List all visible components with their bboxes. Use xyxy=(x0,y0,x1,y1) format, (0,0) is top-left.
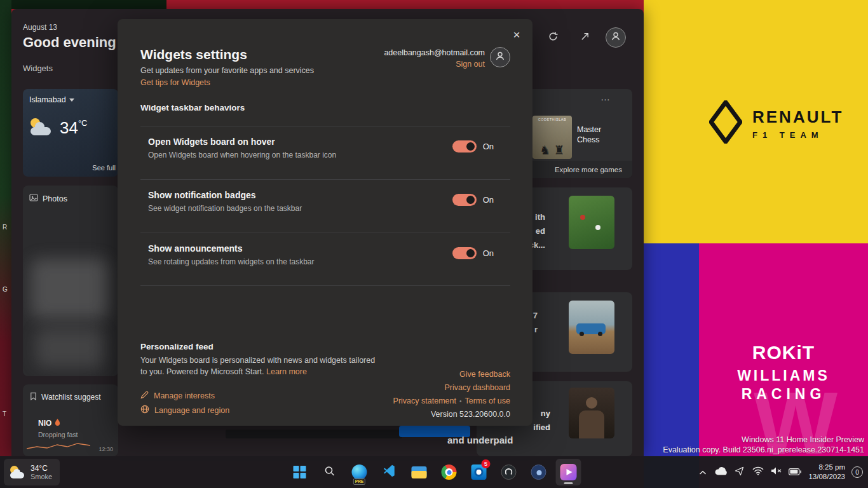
flame-icon xyxy=(55,419,60,428)
round-app-button-2[interactable] xyxy=(526,459,552,485)
paper-plane-icon xyxy=(735,466,744,478)
desktop-icon-label-3[interactable]: T xyxy=(3,410,6,417)
edge-icon xyxy=(352,464,367,480)
sparkline xyxy=(27,441,90,454)
wallpaper-dark-strip xyxy=(0,0,166,9)
privacy-dashboard-link[interactable]: Privacy dashboard xyxy=(444,383,510,392)
notification-count[interactable]: 0 xyxy=(851,466,863,478)
modal-title: Widgets settings xyxy=(140,47,247,62)
toggle-switch[interactable] xyxy=(452,194,477,206)
photos-widget[interactable]: Photos xyxy=(23,186,118,376)
watermark-line1: Windows 11 Home Insider Preview xyxy=(663,435,864,445)
play-icon xyxy=(566,469,572,475)
photos-header: Photos xyxy=(29,193,67,204)
location-selector[interactable]: Islamabad xyxy=(29,95,74,104)
bookmark-icon xyxy=(29,392,37,402)
cloud-tray-button[interactable] xyxy=(712,461,729,484)
manage-interests-link[interactable]: Manage interests xyxy=(140,391,215,401)
mail-badge: 5 xyxy=(482,459,491,468)
article-thumbnail xyxy=(569,301,614,354)
chrome-button[interactable] xyxy=(437,459,462,485)
learn-more-link[interactable]: Learn more xyxy=(266,367,307,376)
toggle-switch[interactable] xyxy=(452,140,477,152)
renault-logo: RENAULT F1 TEAM xyxy=(709,100,843,146)
toggle-knob xyxy=(466,142,475,151)
file-explorer-button[interactable] xyxy=(407,459,432,485)
edge-preview-button[interactable]: PRE xyxy=(347,459,372,485)
battery-button[interactable] xyxy=(786,461,803,484)
feed-description: Your Widgets board is personalized with … xyxy=(140,355,375,377)
racing-wordmark: RACING xyxy=(717,386,850,403)
board-actions xyxy=(542,27,626,48)
toggle-switch[interactable] xyxy=(452,247,477,259)
account-email: adeelbangash@hotmail.com xyxy=(384,48,485,57)
desktop: RENAULT F1 TEAM W ROKiT WILLIAMS RACING … xyxy=(0,0,868,488)
profile-avatar[interactable] xyxy=(606,27,626,48)
hidden-icons-button[interactable] xyxy=(694,461,711,484)
time-axis-label: 12:30 xyxy=(98,446,113,452)
vscode-button[interactable] xyxy=(377,459,402,485)
battery-icon xyxy=(789,466,801,478)
terms-link[interactable]: Terms of use xyxy=(465,396,510,405)
search-icon xyxy=(324,465,336,479)
round-app-button-1[interactable] xyxy=(496,459,522,485)
more-options-icon[interactable]: … xyxy=(600,92,611,102)
round-app-icon-2 xyxy=(531,464,546,480)
give-feedback-link[interactable]: Give feedback xyxy=(459,370,510,379)
refresh-button[interactable] xyxy=(542,27,564,48)
person-silhouette xyxy=(579,410,604,438)
player-dot xyxy=(580,215,585,220)
taskbar: 34°C Smoke PRE xyxy=(0,456,868,488)
location-label: Islamabad xyxy=(29,95,66,104)
wallpaper-yellow-chevron xyxy=(644,108,664,137)
refresh-icon xyxy=(548,31,559,44)
photos-title: Photos xyxy=(43,194,67,203)
article-thumbnail xyxy=(569,196,614,249)
desktop-icon-label-1[interactable]: R xyxy=(3,224,7,231)
see-full-link[interactable]: See full xyxy=(92,164,116,172)
volume-button[interactable] xyxy=(768,461,785,484)
chrome-icon xyxy=(442,464,457,480)
share-tray-button[interactable] xyxy=(731,461,748,484)
rokit-wordmark: ROKiT xyxy=(717,342,850,363)
watchlist-header: Watchlist suggest xyxy=(29,392,114,402)
toggle-knob xyxy=(466,196,475,204)
round-app-icon-1 xyxy=(501,464,517,480)
toggle-state: On xyxy=(483,142,494,151)
start-button[interactable] xyxy=(287,459,313,485)
outlook-button[interactable]: 5 xyxy=(466,459,492,485)
globe-icon xyxy=(140,405,149,416)
person-icon xyxy=(494,50,506,64)
language-region-link[interactable]: Language and region xyxy=(140,405,229,416)
get-tips-link[interactable]: Get tips for Widgets xyxy=(140,78,210,87)
network-button[interactable] xyxy=(749,461,766,484)
game-title: Master Chess xyxy=(577,125,618,145)
close-icon: × xyxy=(513,28,520,42)
watchlist-widget[interactable]: Watchlist suggest NIO Dropping fast 12:3… xyxy=(23,384,118,456)
ticker-row[interactable]: NIO xyxy=(38,419,60,428)
car-shape xyxy=(576,323,606,334)
weather-widget[interactable]: Islamabad 34°C See full xyxy=(23,89,118,177)
ticker-note: Dropping fast xyxy=(38,431,78,438)
taskbar-weather-widget[interactable]: 34°C Smoke xyxy=(4,459,60,485)
clock[interactable]: 8:25 pm 13/08/2023 xyxy=(808,463,845,482)
cloud-icon xyxy=(715,466,728,478)
media-player-button[interactable] xyxy=(556,459,581,485)
board-date: August 13 xyxy=(23,23,57,32)
sign-out-link[interactable]: Sign out xyxy=(456,60,485,69)
renault-diamond-icon xyxy=(709,100,742,146)
chevron-up-icon xyxy=(699,466,707,478)
search-button[interactable] xyxy=(317,459,342,485)
expand-button[interactable] xyxy=(574,27,595,48)
close-button[interactable]: × xyxy=(507,25,526,44)
pencil-icon xyxy=(140,391,149,401)
renault-wordmark: RENAULT xyxy=(752,107,843,127)
privacy-statement-link[interactable]: Privacy statement xyxy=(393,396,456,405)
account-avatar[interactable] xyxy=(490,47,510,67)
desktop-icon-label-2[interactable]: G xyxy=(3,286,8,293)
modal-footer-links: Give feedback Privacy dashboard Privacy … xyxy=(393,368,510,421)
game-thumbnail: ♞ ♜ xyxy=(532,116,572,159)
photos-icon xyxy=(29,193,38,204)
toggle-state: On xyxy=(483,248,494,258)
hidden-card-fragment xyxy=(226,430,402,438)
